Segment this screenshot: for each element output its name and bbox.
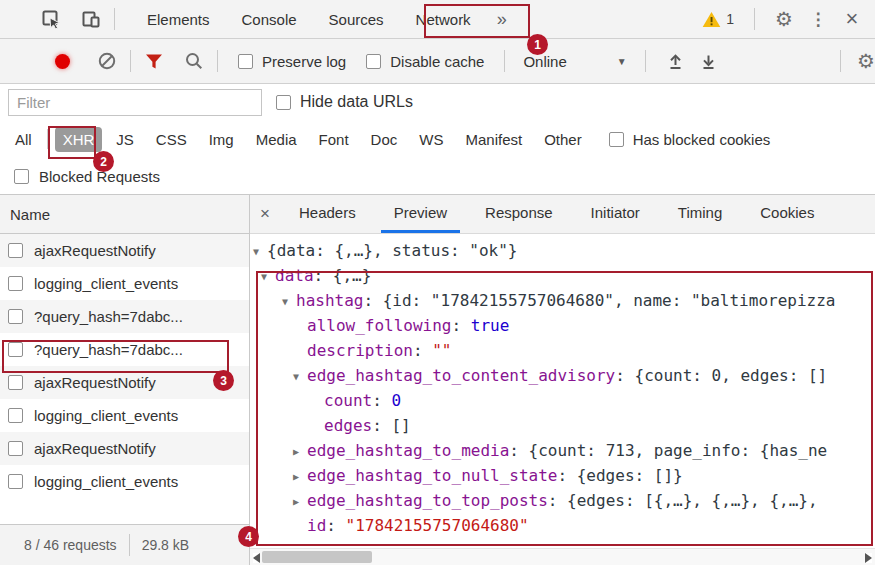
request-row[interactable]: ajaxRequestNotify (0, 432, 249, 465)
hide-data-urls-label: Hide data URLs (300, 93, 413, 111)
tab-network[interactable]: Network (400, 0, 487, 39)
preview-line[interactable]: count: 0 (250, 388, 875, 413)
clear-network-log-icon[interactable] (94, 48, 120, 74)
request-checkbox[interactable] (8, 441, 23, 456)
preserve-log-checkbox[interactable] (238, 54, 253, 69)
scrollbar-thumb[interactable] (262, 551, 372, 563)
preview-line[interactable]: allow_following: true (250, 313, 875, 338)
close-detail-icon[interactable]: × (250, 195, 280, 233)
tab-sources[interactable]: Sources (313, 0, 400, 39)
network-settings-gear-icon[interactable]: ⚙ (851, 46, 875, 76)
preview-line[interactable]: description: "" (250, 338, 875, 363)
devtools-window: Elements Console Sources Network » 1 ⚙ ⋮… (0, 0, 875, 568)
tree-expander-icon[interactable]: ▼ (253, 239, 267, 263)
device-toolbar-icon[interactable] (78, 6, 104, 32)
console-warning-indicator[interactable]: 1 (702, 11, 740, 28)
tab-console[interactable]: Console (226, 0, 313, 39)
filter-input[interactable] (8, 89, 262, 116)
request-row[interactable]: ?query_hash=7dabc... (0, 300, 249, 333)
json-text: : {count: 713, page_info: {has_ne (509, 441, 827, 460)
preview-line[interactable]: edges: [] (250, 413, 875, 438)
network-toolbar: Preserve log Disable cache Online ▼ (0, 39, 875, 84)
filter-funnel-icon[interactable] (141, 48, 167, 74)
settings-gear-icon[interactable]: ⚙ (769, 4, 799, 34)
horizontal-scrollbar[interactable] (250, 548, 875, 565)
tab-initiator[interactable]: Initiator (578, 195, 653, 233)
search-icon[interactable] (181, 48, 207, 74)
json-key: data (275, 266, 314, 285)
json-key: id (307, 516, 326, 535)
tab-elements[interactable]: Elements (131, 0, 226, 39)
request-checkbox[interactable] (8, 309, 23, 324)
type-filter-js[interactable]: JS (108, 127, 142, 152)
preview-line[interactable]: ▼edge_hashtag_to_content_advisory: {coun… (250, 363, 875, 388)
tree-expander-icon[interactable]: ▶ (293, 439, 307, 463)
json-text: : {edges: []} (557, 466, 682, 485)
tab-timing[interactable]: Timing (665, 195, 735, 233)
request-row[interactable]: logging_client_events (0, 465, 249, 498)
tree-expander-icon[interactable]: ▼ (293, 364, 307, 388)
request-row[interactable]: ajaxRequestNotify (0, 234, 249, 267)
scroll-left-icon[interactable] (253, 553, 260, 563)
type-filter-css[interactable]: CSS (148, 127, 195, 152)
hide-data-urls-checkbox[interactable] (276, 95, 291, 110)
preview-line[interactable]: ▶edge_hashtag_to_null_state: {edges: []} (250, 463, 875, 488)
request-row-selected[interactable]: ?query_hash=7dabc... (0, 333, 249, 366)
tree-expander-icon[interactable]: ▼ (282, 289, 296, 313)
close-devtools-icon[interactable]: × (837, 4, 867, 34)
type-filter-img[interactable]: Img (201, 127, 242, 152)
preview-line[interactable]: ▼hashtag: {id: "17842155757064680", name… (250, 288, 875, 313)
export-har-icon[interactable] (696, 48, 722, 74)
throttling-dropdown[interactable]: Online ▼ (523, 53, 626, 70)
request-name: logging_client_events (34, 275, 178, 292)
request-row[interactable]: ajaxRequestNotify (0, 366, 249, 399)
preview-line[interactable]: id: "17842155757064680" (250, 513, 875, 538)
json-value: "" (432, 341, 451, 360)
type-filter-xhr[interactable]: XHR (55, 127, 103, 152)
type-filter-all[interactable]: All (7, 127, 40, 152)
preview-line[interactable]: ▶edge_hashtag_to_media: {count: 713, pag… (250, 438, 875, 463)
request-checkbox[interactable] (8, 375, 23, 390)
tree-expander-icon[interactable]: ▶ (293, 464, 307, 488)
import-har-icon[interactable] (663, 48, 689, 74)
type-filter-media[interactable]: Media (248, 127, 305, 152)
request-name: ajaxRequestNotify (34, 242, 156, 259)
request-checkbox[interactable] (8, 474, 23, 489)
scroll-right-icon[interactable] (865, 553, 872, 563)
preview-line[interactable]: ▼data: {,…} (250, 263, 875, 288)
disable-cache-checkbox[interactable] (366, 54, 381, 69)
type-filter-font[interactable]: Font (311, 127, 357, 152)
tab-response[interactable]: Response (472, 195, 566, 233)
inspect-element-icon[interactable] (38, 6, 64, 32)
request-checkbox[interactable] (8, 276, 23, 291)
request-row[interactable]: logging_client_events (0, 399, 249, 432)
request-checkbox[interactable] (8, 243, 23, 258)
name-column-header[interactable]: Name (0, 195, 249, 234)
tab-cookies[interactable]: Cookies (747, 195, 827, 233)
request-list-panel: Name ajaxRequestNotify logging_client_ev… (0, 195, 250, 565)
json-text: {data: {,…}, status: "ok"} (267, 241, 517, 260)
request-row[interactable]: logging_client_events (0, 267, 249, 300)
type-filter-manifest[interactable]: Manifest (457, 127, 530, 152)
request-name: ?query_hash=7dabc... (34, 308, 183, 325)
record-network-log-button[interactable] (55, 54, 70, 69)
type-filter-other[interactable]: Other (536, 127, 590, 152)
tree-expander-icon[interactable]: ▼ (261, 264, 275, 288)
request-checkbox[interactable] (8, 342, 23, 357)
tree-expander-icon[interactable]: ▶ (293, 489, 307, 513)
type-filter-ws[interactable]: WS (411, 127, 451, 152)
tab-preview[interactable]: Preview (381, 195, 460, 233)
request-checkbox[interactable] (8, 408, 23, 423)
divider (504, 50, 505, 72)
has-blocked-cookies-checkbox[interactable] (609, 132, 624, 147)
json-key: edge_hashtag_to_content_advisory (307, 366, 615, 385)
blocked-requests-checkbox[interactable] (14, 169, 29, 184)
tab-headers[interactable]: Headers (286, 195, 369, 233)
requests-summary: 8 / 46 requests (24, 537, 117, 553)
more-tabs-icon[interactable]: » (487, 9, 517, 30)
type-filter-doc[interactable]: Doc (363, 127, 406, 152)
preview-line[interactable]: ▼{data: {,…}, status: "ok"} (250, 238, 875, 263)
json-key: allow_following (307, 316, 452, 335)
preview-line[interactable]: ▶edge_hashtag_to_top_posts: {edges: [{,…… (250, 488, 875, 513)
kebab-menu-icon[interactable]: ⋮ (803, 4, 833, 34)
